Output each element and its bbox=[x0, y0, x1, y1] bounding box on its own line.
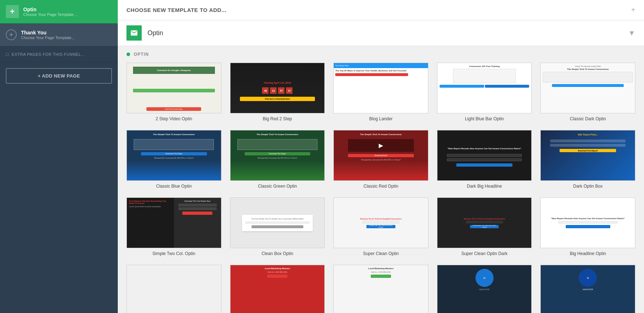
main-header: CHOOSE NEW TEMPLATE TO ADD... + bbox=[118, 0, 644, 20]
template-thumbnail bbox=[126, 265, 221, 313]
template-thumbnail: NNAVIGATOR bbox=[540, 265, 635, 313]
template-name: Light Blue Bar Optin bbox=[465, 116, 504, 121]
template-thumbnail: Discover The #1 Trick For Doubled Conver… bbox=[333, 197, 428, 248]
optin-header: Optin ▼ bbox=[118, 20, 644, 46]
template-card[interactable]: "New Report Reveals How Anyone Can Get I… bbox=[540, 197, 635, 256]
thankyou-subtitle: Choose Your Page Template... bbox=[21, 36, 75, 40]
template-name: 2 Step Video Optin bbox=[156, 116, 192, 121]
template-name: Clean Box Optin bbox=[262, 251, 293, 256]
optin-item-text: Optin Choose Your Page Template... bbox=[23, 7, 77, 17]
template-thumbnail: The Simple Trick To Insane Conversions D… bbox=[230, 130, 325, 181]
template-thumbnail: "New Report Reveals How Anyone Can Get I… bbox=[540, 197, 635, 248]
template-name: Super Clean Optin bbox=[363, 251, 399, 256]
add-page-label: + ADD NEW PAGE bbox=[38, 73, 80, 79]
envelope-icon bbox=[130, 29, 138, 37]
thankyou-plus-icon: + bbox=[6, 29, 17, 40]
thankyou-item-text: Thank You Choose Your Page Template... bbox=[21, 30, 75, 40]
optin-tag: OPTIN bbox=[134, 52, 149, 57]
optin-subtitle: Choose Your Page Template... bbox=[23, 12, 77, 17]
template-name: Super Clean Optin Dark bbox=[461, 251, 507, 256]
template-card[interactable]: "New Report Reveals How Anyone Can Get I… bbox=[437, 130, 532, 189]
optin-chevron-icon[interactable]: ▼ bbox=[628, 29, 635, 37]
template-thumbnail: Goinstant for Google+ Hangouts Get Free … bbox=[126, 63, 221, 113]
template-name: Classic Red Optin bbox=[363, 184, 398, 189]
template-card[interactable]: NNAVIGATORTemplate 20 bbox=[540, 265, 635, 313]
template-card[interactable]: Free Report Reveals Everything You Need … bbox=[126, 197, 221, 256]
template-card[interactable]: The One Simple Trick To Double Your Conv… bbox=[230, 197, 325, 256]
template-name: Classic Blue Optin bbox=[156, 184, 192, 189]
optin-title: Optin bbox=[23, 7, 77, 12]
template-card[interactable]: Local Marketing MastersCall Us: 1-444-35… bbox=[230, 265, 325, 313]
optin-plus-icon: + bbox=[6, 5, 19, 18]
template-name: Blog Lander bbox=[369, 116, 393, 121]
template-card[interactable]: The Simple Trick To Insane Conversions D… bbox=[230, 130, 325, 189]
optin-icon-box bbox=[126, 25, 142, 41]
header-plus-button[interactable]: + bbox=[631, 6, 635, 14]
template-grid: Goinstant for Google+ Hangouts Get Free … bbox=[118, 60, 644, 313]
template-card[interactable]: Closing April 1st, 2015 48125737 Click H… bbox=[230, 63, 325, 121]
template-card[interactable]: The Simple Trick To Insane Conversions ▶… bbox=[333, 130, 428, 189]
template-card[interactable]: Get Yours Free... Download Free Report!D… bbox=[540, 130, 635, 189]
template-card[interactable]: Your Brand Here The Top 20 Ways to Impro… bbox=[333, 63, 428, 121]
optin-section-label: OPTIN bbox=[118, 46, 644, 60]
template-thumbnail: Closing April 1st, 2015 48125737 Click H… bbox=[230, 63, 325, 113]
sidebar-item-thankyou[interactable]: + Thank You Choose Your Page Template... bbox=[0, 24, 118, 46]
sidebar-extra-pages[interactable]: □ EXTRA PAGES FOR THIS FUNNEL... bbox=[0, 46, 118, 62]
template-thumbnail: Get Yours Free... Download Free Report! bbox=[540, 130, 635, 181]
template-thumbnail: Discover The #1 Trick For Doubled Conver… bbox=[437, 197, 532, 248]
optin-section-title: Optin bbox=[148, 29, 163, 37]
add-new-page-button[interactable]: + ADD NEW PAGE bbox=[6, 68, 112, 84]
template-thumbnail: Your Brand Here The Top 20 Ways to Impro… bbox=[333, 63, 428, 113]
template-name: Simple Two Col. Optin bbox=[153, 251, 196, 256]
template-name: Dark Optin Box bbox=[573, 184, 603, 189]
template-card[interactable]: NNAVIGATORTemplate 19 bbox=[437, 265, 532, 313]
template-card[interactable]: Template 16 bbox=[126, 265, 221, 313]
optin-header-left: Optin bbox=[126, 20, 163, 46]
template-card[interactable]: Check The Special Limited OfferThe Simpl… bbox=[540, 63, 635, 121]
template-thumbnail: Local Marketing MastersCall Us: 1-444-35… bbox=[333, 265, 428, 313]
template-name: Classic Green Optin bbox=[258, 184, 297, 189]
sidebar: + Optin Choose Your Page Template... + T… bbox=[0, 0, 118, 313]
template-thumbnail: Free Report Reveals Everything You Need … bbox=[126, 197, 221, 248]
template-thumbnail: Local Marketing MastersCall Us: 1-444-35… bbox=[230, 265, 325, 313]
main-content: CHOOSE NEW TEMPLATE TO ADD... + Optin ▼ … bbox=[118, 0, 644, 313]
template-thumbnail: Conversion 101 Free Training bbox=[437, 63, 532, 113]
template-card[interactable]: Local Marketing MastersCall Us: 1-444-35… bbox=[333, 265, 428, 313]
template-name: Classic Dark Optin bbox=[570, 116, 606, 121]
template-thumbnail: "New Report Reveals How Anyone Can Get I… bbox=[437, 130, 532, 181]
header-title: CHOOSE NEW TEMPLATE TO ADD... bbox=[126, 7, 227, 13]
optin-dot bbox=[126, 53, 130, 56]
template-card[interactable]: Discover The #1 Trick For Doubled Conver… bbox=[437, 197, 532, 256]
template-thumbnail: The Simple Trick To Insane Conversions D… bbox=[126, 130, 221, 181]
template-name: Big Headline Optin bbox=[570, 251, 606, 256]
sidebar-item-optin[interactable]: + Optin Choose Your Page Template... bbox=[0, 0, 118, 24]
template-card[interactable]: Goinstant for Google+ Hangouts Get Free … bbox=[126, 63, 221, 121]
page-icon: □ bbox=[6, 51, 9, 57]
template-thumbnail: The One Simple Trick To Double Your Conv… bbox=[230, 197, 325, 248]
template-area: OPTIN Goinstant for Google+ Hangouts Get… bbox=[118, 46, 644, 313]
template-thumbnail: NNAVIGATOR bbox=[437, 265, 532, 313]
template-thumbnail: The Simple Trick To Insane Conversions ▶… bbox=[333, 130, 428, 181]
thankyou-title: Thank You bbox=[21, 30, 75, 36]
extra-pages-label: EXTRA PAGES FOR THIS FUNNEL... bbox=[12, 52, 85, 57]
template-card[interactable]: The Simple Trick To Insane Conversions D… bbox=[126, 130, 221, 189]
template-card[interactable]: Conversion 101 Free TrainingLight Blue B… bbox=[437, 63, 532, 121]
template-thumbnail: Check The Special Limited OfferThe Simpl… bbox=[540, 63, 635, 113]
template-name: Big Red 2 Step bbox=[263, 116, 292, 121]
template-card[interactable]: Discover The #1 Trick For Doubled Conver… bbox=[333, 197, 428, 256]
template-name: Dark Big Headline bbox=[467, 184, 502, 189]
